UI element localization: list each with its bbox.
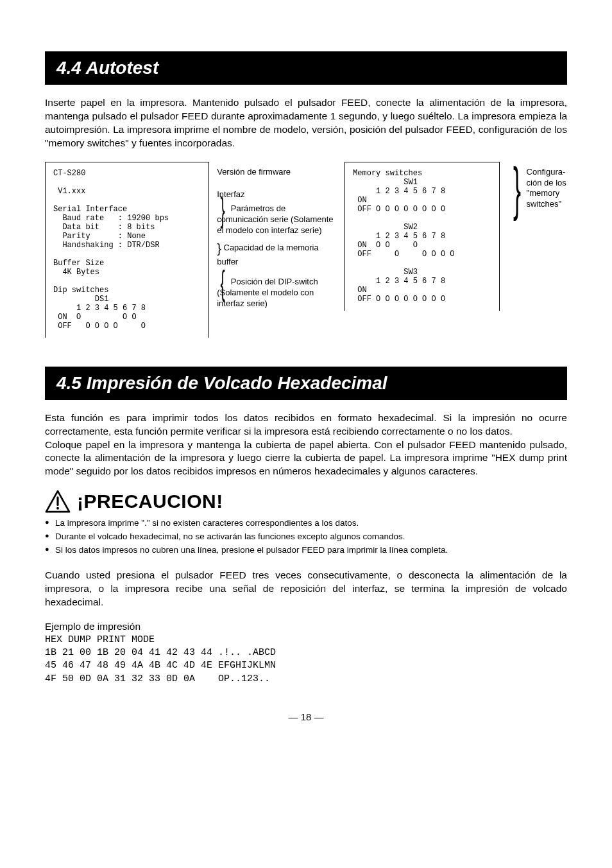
annotation-middle-column: Versión de firmware Interfaz } Parámetro…	[217, 162, 337, 313]
warning-icon	[45, 490, 71, 513]
annot-dip-text: Posición del DIP-switch (Solamente el mo…	[217, 277, 318, 308]
annot-firmware: Versión de firmware	[217, 167, 337, 178]
annot-buffer-text: Capacidad de la memoria buffer	[217, 243, 318, 267]
section-4-4-body: Inserte papel en la impresora. Mantenido…	[45, 96, 567, 150]
annot-comms: } Parámetros de comunicación serie (Sola…	[217, 204, 337, 236]
svg-point-1	[56, 507, 59, 510]
annot-interfaz: Interfaz	[217, 189, 337, 200]
hex-dump-example: HEX DUMP PRINT MODE 1B 21 00 1B 20 04 41…	[45, 634, 567, 686]
annot-buffer: } Capacidad de la memoria buffer	[217, 240, 337, 268]
bullet-1: La impresora imprime "." si no existen c…	[45, 517, 567, 530]
section-4-5-body2: Cuando usted presiona el pulsador FEED t…	[45, 569, 567, 609]
printout-right: Memory switches SW1 1 2 3 4 5 6 7 8 ON O…	[344, 162, 499, 311]
example-label: Ejemplo de impresión	[45, 621, 567, 632]
printout-left-text: CT-S280 V1.xxx Serial Interface Baud rat…	[53, 169, 169, 331]
section-4-5-body1: Esta función es para imprimir todos los …	[45, 412, 567, 479]
caution-bullets: La impresora imprime "." si no existen c…	[45, 517, 567, 557]
printout-left: CT-S280 V1.xxx Serial Interface Baud rat…	[45, 162, 209, 338]
annot-dip: { Posición del DIP-switch (Solamente el …	[217, 277, 337, 309]
autotest-diagram: CT-S280 V1.xxx Serial Interface Baud rat…	[45, 162, 567, 338]
page-number: — 18 —	[45, 711, 567, 722]
section-4-5-header: 4.5 Impresión de Volcado Hexadecimal	[45, 367, 567, 400]
annot-comms-text: Parámetros de comunicación serie (Solame…	[217, 204, 333, 235]
caution-heading: ¡PRECAUCION!	[45, 490, 567, 513]
caution-title: ¡PRECAUCION!	[77, 490, 223, 512]
bullet-2: Durante el volcado hexadecimal, no se ac…	[45, 530, 567, 544]
section-4-4-header: 4.4 Autotest	[45, 51, 567, 85]
printout-right-text: Memory switches SW1 1 2 3 4 5 6 7 8 ON O…	[353, 169, 454, 304]
annot-memsw: }	[507, 183, 527, 194]
annotation-right-column: } Configura-ción de los "memory switches…	[507, 162, 567, 211]
brace-small-icon: }	[217, 241, 221, 256]
annot-memsw-text: Configura-ción de los "memory switches"	[527, 167, 567, 211]
bullet-3: Si los datos impresos no cubren una líne…	[45, 544, 567, 557]
